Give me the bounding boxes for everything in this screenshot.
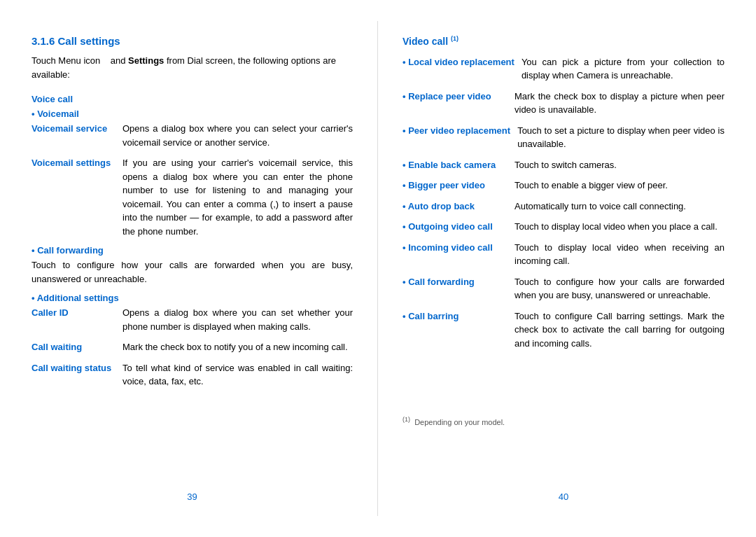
local-video-replacement-def: You can pick a picture from your collect…: [522, 55, 724, 83]
call-waiting-row: Call waiting Mark the check box to notif…: [31, 340, 353, 354]
intro-text-start: Touch Menu icon: [31, 55, 100, 66]
call-barring-row: • Call barring Touch to configure Call b…: [402, 309, 724, 351]
left-page-number: 39: [31, 477, 353, 502]
voice-call-header: Voice call: [31, 94, 353, 104]
local-video-replacement-term: • Local video replacement: [402, 55, 522, 69]
footnote-superscript: (1): [402, 416, 410, 423]
outgoing-video-call-def: Touch to display local video when you pl…: [514, 220, 724, 234]
bigger-peer-video-term: • Bigger peer video: [402, 179, 514, 193]
call-barring-def: Touch to configure Call barring settings…: [514, 309, 724, 351]
voicemail-settings-row: Voicemail settings If you are using your…: [31, 156, 353, 238]
voicemail-service-term: Voicemail service: [31, 122, 122, 136]
intro-bold: Settings: [128, 55, 164, 66]
replace-peer-video-row: • Replace peer video Mark the check box …: [402, 90, 724, 117]
call-forwarding-right-term: • Call forwarding: [402, 275, 514, 289]
incoming-video-call-row: • Incoming video call Touch to display l…: [402, 241, 724, 268]
additional-settings-bullet: • Additional settings: [31, 293, 353, 303]
call-waiting-status-term: Call waiting status: [31, 361, 122, 375]
video-call-superscript: (1): [451, 35, 458, 42]
left-page: 3.1.6 Call settings Touch Menu icon and …: [0, 21, 378, 516]
right-page: Video call (1) • Local video replacement…: [378, 21, 756, 516]
auto-drop-back-term: • Auto drop back: [402, 200, 514, 214]
bigger-peer-video-row: • Bigger peer video Touch to enable a bi…: [402, 179, 724, 193]
incoming-video-call-def: Touch to display local video when receiv…: [514, 241, 724, 268]
call-forwarding-right-def: Touch to configure how your calls are fo…: [514, 275, 724, 302]
voicemail-service-row: Voicemail service Opens a dialog box whe…: [31, 122, 353, 149]
call-waiting-term: Call waiting: [31, 340, 122, 354]
replace-peer-video-def: Mark the check box to display a picture …: [514, 90, 724, 117]
replace-peer-video-term: • Replace peer video: [402, 90, 514, 104]
auto-drop-back-row: • Auto drop back Automatically turn to v…: [402, 200, 724, 214]
enable-back-camera-term: • Enable back camera: [402, 158, 514, 172]
peer-video-replacement-term: • Peer video replacement: [402, 124, 517, 138]
call-waiting-status-row: Call waiting status To tell what kind of…: [31, 361, 353, 389]
right-page-number: 40: [402, 477, 724, 502]
call-barring-term: • Call barring: [402, 309, 514, 323]
intro-text: Touch Menu icon and Settings from Dial s…: [31, 54, 353, 81]
auto-drop-back-def: Automatically turn to voice call connect…: [514, 200, 724, 214]
footnote: (1) Depending on your model.: [402, 409, 724, 426]
bigger-peer-video-def: Touch to enable a bigger view of peer.: [514, 179, 724, 193]
call-waiting-def: Mark the check box to notify you of a ne…: [122, 340, 353, 354]
footnote-text: Depending on your model.: [414, 417, 505, 426]
local-video-replacement-row: • Local video replacement You can pick a…: [402, 55, 724, 83]
call-forwarding-body: Touch to configure how your calls are fo…: [31, 258, 353, 286]
video-call-title: Video call (1): [402, 35, 724, 47]
video-call-label: Video call: [402, 36, 448, 47]
call-forwarding-right-row: • Call forwarding Touch to configure how…: [402, 275, 724, 302]
voicemail-service-def: Opens a dialog box where you can select …: [122, 122, 353, 149]
outgoing-video-call-term: • Outgoing video call: [402, 220, 514, 234]
enable-back-camera-row: • Enable back camera Touch to switch cam…: [402, 158, 724, 172]
incoming-video-call-term: • Incoming video call: [402, 241, 514, 255]
call-waiting-status-def: To tell what kind of service was enabled…: [122, 361, 353, 389]
enable-back-camera-def: Touch to switch cameras.: [514, 158, 724, 172]
section-title: 3.1.6 Call settings: [31, 35, 353, 47]
caller-id-row: Caller ID Opens a dialog box where you c…: [31, 306, 353, 333]
voicemail-settings-term: Voicemail settings: [31, 156, 122, 170]
peer-video-replacement-row: • Peer video replacement Touch to set a …: [402, 124, 724, 151]
page-container: 3.1.6 Call settings Touch Menu icon and …: [0, 0, 756, 537]
voicemail-bullet: • Voicemail: [31, 109, 353, 119]
voicemail-settings-def: If you are using your carrier's voicemai…: [122, 156, 353, 238]
peer-video-replacement-def: Touch to set a picture to display when p…: [517, 124, 724, 151]
call-forwarding-bullet: • Call forwarding: [31, 245, 353, 256]
caller-id-def: Opens a dialog box where you can set whe…: [122, 306, 353, 333]
outgoing-video-call-row: • Outgoing video call Touch to display l…: [402, 220, 724, 234]
caller-id-term: Caller ID: [31, 306, 122, 320]
